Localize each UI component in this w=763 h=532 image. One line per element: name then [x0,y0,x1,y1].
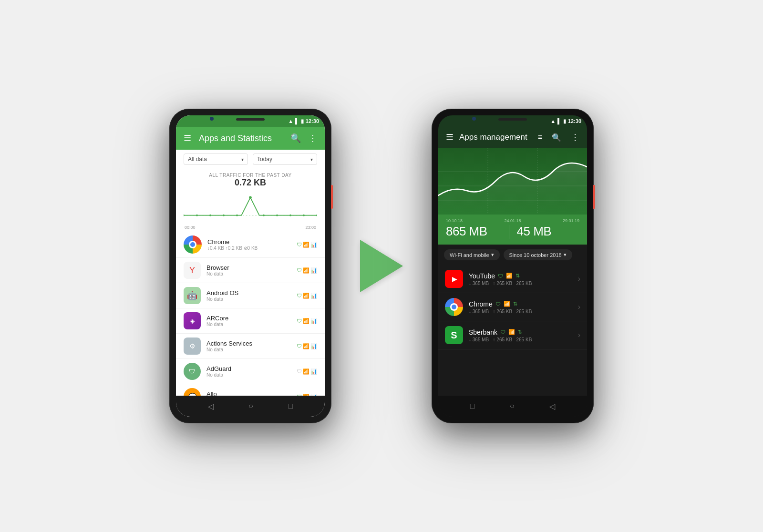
home-button-right[interactable]: ○ [510,402,515,410]
filter-today-label: Today [257,156,272,163]
wifi-right-icon: ▲ [550,118,556,124]
stat-icons-adguard: 🛡📶📊 [297,368,317,375]
filter-icon-right[interactable]: ≡ [538,133,542,142]
youtube-arrow-icon: ⇅ [516,273,520,279]
chart-svg-left [184,190,317,223]
bar-icon: 📊 [310,293,317,299]
app-icon-actions: ⚙ [184,338,201,355]
filter-alldata[interactable]: All data ▾ [184,153,248,165]
youtube-shield-icon: 🛡 [498,273,503,279]
svg-point-10 [303,215,305,216]
list-item[interactable]: 🛡 AdGuard No data 🛡📶📊 [176,359,325,384]
more-icon-right[interactable]: ⋮ [571,132,579,143]
wifi-icon: ▲ [288,118,293,124]
network-filter-btn[interactable]: Wi-Fi and mobile ▾ [444,249,500,260]
search-icon-left[interactable]: 🔍 [290,133,301,143]
chart-dates: 10.10.18 24.01.18 29.01.19 [438,216,587,225]
filter-row-left: All data ▾ Today ▾ [176,150,325,169]
list-item[interactable]: Y Browser No data 🛡📶📊 [176,258,325,283]
search-icon-right[interactable]: 🔍 [552,133,561,142]
scene: ▲ ▌ ▮ 12:30 ☰ Apps and Statistics 🔍 ⋮ [0,0,763,532]
app-info-actions: Actions Services No data [206,340,291,352]
data-save-value: 45 MB [517,224,580,239]
list-item[interactable]: S Sberbank 🛡 📶 ⇅ ↓ 365 MB ↑ 265 KB 265 K… [438,321,587,349]
chrome-shield-icon: 🛡 [495,301,501,307]
stat-icons-chrome: 🛡 📶 📊 [297,242,317,248]
chart-times: 00:00 23:00 [184,225,317,230]
wave-chart: 10.10.18 24.01.18 29.01.19 [438,148,587,215]
list-item[interactable]: ⚙ Actions Services No data 🛡📶📊 [176,334,325,359]
more-icon-left[interactable]: ⋮ [309,133,317,143]
appbar-title-left: Apps and Statistics [199,133,283,143]
camera [210,117,214,121]
list-item[interactable]: Chrome 🛡 📶 ⇅ ↓ 365 MB ↑ 265 KB 265 KB › [438,293,587,321]
list-item[interactable]: YouTube 🛡 📶 ⇅ ↓ 365 MB ↑ 265 KB 265 KB › [438,265,587,293]
speaker-right [498,118,527,121]
time-right: 12:30 [568,118,581,124]
bar-icon: 📊 [310,318,317,324]
network-filter-label: Wi-Fi and mobile [450,252,489,258]
bottom-nav-left: ◁ ○ □ [176,396,325,417]
chart-time-start: 00:00 [185,225,196,230]
wifi-stat-icon: 📶 [303,242,309,248]
back-button-left[interactable]: ◁ [208,402,214,411]
shield-icon: 🛡 [297,343,302,349]
dark-app-sub-sberbank: ↓ 365 MB ↑ 265 KB 265 KB [469,337,572,342]
chart-date-2: 24.01.18 [504,218,521,223]
dark-app-sub-chrome: ↓ 365 MB ↑ 265 KB 265 KB [469,309,572,314]
bar-icon-gray: 📊 [310,368,317,375]
recent-button-left[interactable]: □ [289,402,293,410]
app-icon-android: 🤖 [184,287,201,304]
filter-today[interactable]: Today ▾ [253,153,317,165]
wifi-icon: 📶 [303,267,309,274]
stat-icons-android: 🛡📶📊 [297,293,317,299]
date-filter-btn[interactable]: Since 10 october 2018 ▾ [504,249,572,260]
app-sub-android: No data [206,297,291,302]
youtube-wifi-icon: 📶 [506,273,513,279]
dark-app-info-youtube: YouTube 🛡 📶 ⇅ ↓ 365 MB ↑ 265 KB 265 KB [469,272,572,286]
list-item[interactable]: ◈ ARCore No data 🛡📶📊 [176,308,325,334]
svg-point-2 [196,215,198,216]
signal-right-icon: ▌ [557,118,561,124]
chevron-right-icon-chrome: › [578,303,580,311]
phone-right: ▲ ▌ ▮ 12:30 ☰ Apps management ≡ 🔍 ⋮ [432,109,594,423]
app-name-android: Android OS [206,289,291,297]
recent-button-right[interactable]: □ [470,402,475,410]
back-button-right[interactable]: ◁ [549,402,555,411]
app-sub-chrome: ↓0.4 KB ↑0.2 KB ⊘0 KB [207,246,291,251]
total-traffic-value: 865 MB [446,224,509,239]
app-info-allo: Allo No data [206,390,291,396]
shield-icon: 🛡 [297,293,302,299]
dark-app-info-sberbank: Sberbank 🛡 📶 ⇅ ↓ 365 MB ↑ 265 KB 265 KB [469,328,572,342]
app-icon-chrome [184,235,202,254]
dark-app-list: YouTube 🛡 📶 ⇅ ↓ 365 MB ↑ 265 KB 265 KB › [438,265,587,396]
signal-icon: ▌ [295,118,299,124]
svg-point-5 [236,215,238,216]
menu-icon-left[interactable]: ☰ [184,133,191,143]
svg-point-4 [223,215,225,216]
traffic-label: ALL TRAFFIC FOR THE PAST DAY [184,173,317,178]
list-item[interactable]: 🤖 Android OS No data 🛡📶📊 [176,283,325,308]
app-list-left: Chrome ↓0.4 KB ↑0.2 KB ⊘0 KB 🛡 📶 📊 Y [176,232,325,396]
app-icon-allo: 💬 [184,388,201,396]
app-name-arcore: ARCore [206,315,291,322]
app-sub-arcore: No data [206,322,291,327]
wifi-icon-gray: 📶 [303,368,309,375]
list-item[interactable]: Chrome ↓0.4 KB ↑0.2 KB ⊘0 KB 🛡 📶 📊 [176,232,325,258]
appbar-right: ☰ Apps management ≡ 🔍 ⋮ [438,127,587,148]
app-info-android: Android OS No data [206,289,291,302]
stat-icons-actions: 🛡📶📊 [297,343,317,349]
dark-app-name-youtube: YouTube 🛡 📶 ⇅ [469,272,572,280]
app-sub-browser: No data [206,271,291,276]
list-item[interactable]: 💬 Allo No data 🛡📶📊 [176,384,325,396]
wifi-icon: 📶 [303,318,309,324]
home-button-left[interactable]: ○ [248,402,253,410]
network-filter-arrow: ▾ [491,252,494,258]
chart-date-3: 29.01.19 [563,218,579,223]
phone-left-shell: ▲ ▌ ▮ 12:30 ☰ Apps and Statistics 🔍 ⋮ [169,109,331,423]
sberbank-shield-icon: 🛡 [500,329,505,335]
app-info-chrome: Chrome ↓0.4 KB ↑0.2 KB ⊘0 KB [207,238,291,251]
arrow-container [360,240,403,292]
menu-icon-right[interactable]: ☰ [446,132,454,143]
time-left: 12:30 [306,118,319,124]
